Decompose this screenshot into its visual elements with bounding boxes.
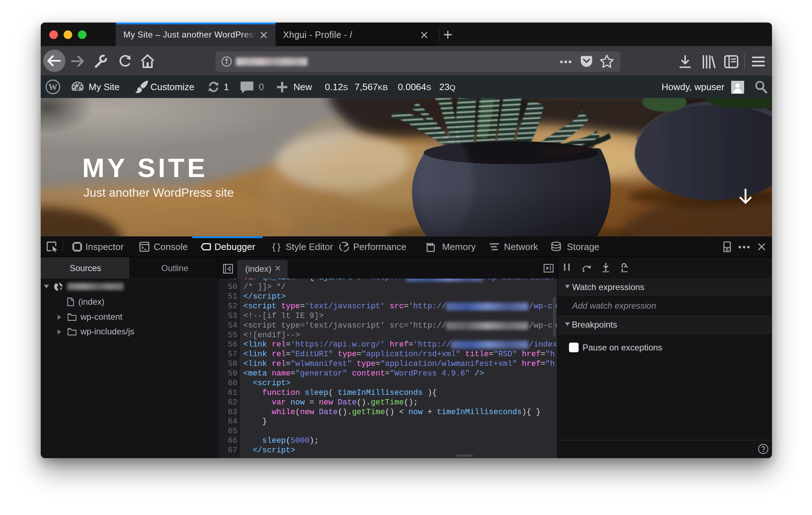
svg-text:W: W bbox=[49, 82, 58, 92]
